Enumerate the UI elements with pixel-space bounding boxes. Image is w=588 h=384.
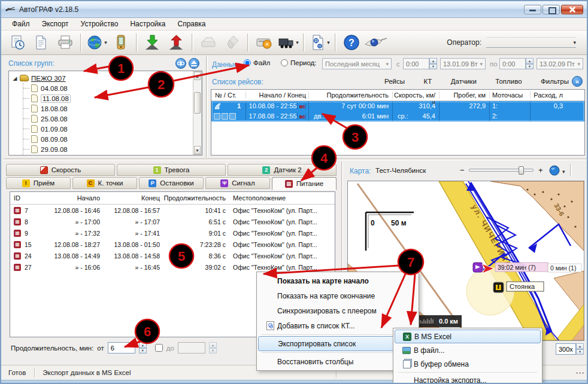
zoom-in-icon[interactable]: + [538, 166, 543, 175]
tree-item-date[interactable]: 08.09.08 [23, 134, 201, 144]
read-disk-button[interactable] [253, 32, 275, 53]
trips-table[interactable]: № / Ст. Начало / Конец Продолжительность… [211, 89, 585, 156]
tab-alarm[interactable]: 1Тревога [117, 164, 226, 176]
maximize-button[interactable] [542, 5, 560, 14]
tree-root-label[interactable]: ПЕЖО 307 [31, 75, 66, 82]
minimize-button[interactable] [524, 5, 541, 14]
waypoints-button[interactable]: ▾ [308, 32, 331, 53]
menu-export-settings[interactable]: Настройка экспорта... [395, 374, 541, 384]
menu-file[interactable]: Файл [6, 19, 36, 29]
close-button[interactable] [561, 5, 583, 14]
tree-item-date[interactable]: 11.08.08 [23, 93, 201, 103]
tab-speed[interactable]: Скорость [6, 164, 115, 176]
to-time-spinner[interactable]: ▲▼ [526, 58, 534, 69]
vehicle-button[interactable]: ▾ [277, 32, 299, 53]
map-scale-value[interactable]: 300x [556, 343, 576, 355]
globe-caret-icon[interactable]: ▾ [104, 39, 107, 45]
radio-period-input[interactable] [281, 59, 288, 66]
duration-from-spinner[interactable]: ▲▼ [139, 342, 147, 353]
event-row[interactable]: ▦15 12.08.08 - 18:2713.08.08 - 01:50 7:2… [10, 239, 335, 250]
map-provider-caret-icon[interactable]: ▾ [562, 169, 565, 175]
map-select-button[interactable]: ▾ [86, 32, 108, 53]
tree-item-date[interactable]: 04.08.08 [23, 83, 201, 93]
panel-splitter-vertical[interactable] [206, 56, 208, 158]
download-data-button[interactable] [141, 32, 164, 53]
duration-to-input[interactable] [178, 342, 205, 353]
period-preset-select[interactable]: Последний месяц▾ [322, 58, 392, 69]
menu-settings[interactable]: Настройка [124, 19, 171, 29]
print-button[interactable] [54, 32, 77, 53]
radio-file[interactable]: Файл [244, 59, 270, 66]
duration-from-input[interactable] [108, 342, 135, 353]
menu-export-excel[interactable]: XВ MS Excel [395, 330, 541, 343]
menu-device[interactable]: Устройство [75, 19, 125, 29]
tree-item-date[interactable]: 18.08.08 [23, 103, 201, 114]
device-button[interactable] [110, 32, 132, 53]
map-zoom-slider[interactable] [469, 169, 534, 172]
groups-tree[interactable]: ◢ ПЕЖО 307 04.08.08 11.08.08 18.08.08 25… [8, 71, 202, 156]
to-date-select[interactable]: 13.02.09 Пт▾ [537, 58, 583, 69]
to-time-input[interactable]: 0:00 [499, 58, 526, 69]
map-provider-globe-icon[interactable] [549, 165, 560, 176]
tab-signal[interactable]: ΨСигнал [205, 177, 270, 189]
tree-scrollbar[interactable]: ▲ ▼ [193, 71, 202, 155]
scroll-down-icon[interactable]: ▼ [194, 146, 201, 154]
from-time-spinner[interactable]: ▲▼ [429, 58, 437, 69]
menu-show-end[interactable]: Показать на карте окончание [258, 288, 417, 303]
tree-item-date[interactable]: 06.10.08 [23, 154, 201, 156]
waypoints-caret-icon[interactable]: ▾ [327, 39, 330, 45]
resize-grip[interactable] [576, 372, 584, 374]
vehicle-caret-icon[interactable]: ▾ [296, 39, 299, 45]
duration-to-checkbox[interactable] [155, 344, 163, 352]
link-filters[interactable]: Фильтры [541, 78, 569, 85]
tab-reception[interactable]: !Приём [6, 177, 71, 189]
slider-thumb[interactable] [519, 166, 524, 175]
menu-export-file[interactable]: В файл... [395, 343, 541, 357]
tab-stops[interactable]: PОстановки [139, 177, 204, 189]
tree-expander-icon[interactable]: ◢ [11, 75, 19, 81]
scroll-up-icon[interactable]: ▲ [194, 72, 201, 80]
zoom-out-icon[interactable]: − [460, 166, 465, 175]
event-row[interactable]: ▦7 12.08.08 - 16:4612.08.08 - 16:57 10:4… [10, 205, 335, 216]
map-scale-spinner[interactable]: ▲▼ [576, 343, 584, 355]
group-compare-button[interactable] [175, 58, 186, 69]
link-kt[interactable]: КТ [424, 78, 432, 85]
from-date-select[interactable]: 13.01.09 Вт▾ [440, 58, 486, 69]
event-row[interactable]: ▦9 » - 17:32» - 17:41 9:01 сОфис "ТехноК… [10, 227, 335, 239]
link-trips[interactable]: Рейсы [384, 78, 405, 85]
link-fuel[interactable]: Топливо [495, 78, 522, 85]
tree-item-date[interactable]: 29.09.08 [23, 144, 201, 154]
scrollbar-thumb[interactable] [194, 92, 201, 114]
radio-period[interactable]: Период: [281, 59, 317, 66]
tab-waypoints[interactable]: CК. точки [72, 177, 137, 189]
event-row[interactable]: ▦24 13.08.08 - 14:4913.08.08 - 14:58 8:3… [10, 250, 335, 261]
from-time-input[interactable]: 0:00 [403, 58, 429, 69]
about-button[interactable] [364, 32, 388, 53]
event-row[interactable]: ▦8 » - 17:00» - 17:07 6:51 сОфис "ТехноК… [10, 216, 335, 227]
upload-data-button[interactable] [165, 32, 188, 53]
stop-marker[interactable] [493, 282, 504, 292]
tab-power[interactable]: ▦Питание [272, 177, 337, 190]
radio-file-input[interactable] [244, 59, 251, 66]
report-button[interactable] [6, 32, 29, 53]
link-sensors[interactable]: Датчики [451, 78, 477, 85]
print-report-button[interactable] [197, 32, 220, 53]
menu-show-start[interactable]: Показать на карте начало [258, 273, 417, 288]
panel-splitter-horizontal[interactable] [4, 159, 587, 160]
help-button[interactable]: ? [340, 32, 363, 53]
menu-export[interactable]: Экспорт [36, 19, 75, 29]
group-eject-button[interactable] [189, 58, 199, 69]
tree-item-date[interactable]: 25.08.08 [23, 114, 201, 124]
operator-select[interactable]: ▾ [486, 37, 576, 48]
trip-row-selected[interactable]: 1 10.08.08 - 22:55вс 7 сут 00:00 мин 310… [211, 101, 584, 121]
clear-data-button[interactable] [221, 32, 244, 53]
menu-help[interactable]: Справка [171, 19, 211, 29]
tree-root-vehicle[interactable]: ◢ ПЕЖО 307 [11, 73, 201, 83]
menu-export-clipboard[interactable]: В буфер обмена [395, 357, 541, 371]
collapse-panel-button[interactable]: « [572, 76, 583, 87]
duration-to-spinner[interactable]: ▲▼ [209, 342, 217, 353]
new-document-button[interactable] [30, 32, 53, 53]
menu-sync-player[interactable]: Синхронизировать с плеером [258, 303, 417, 318]
tab-sensor2[interactable]: 2Датчик 2 [228, 164, 337, 176]
tree-item-date[interactable]: 01.09.08 [23, 124, 201, 134]
